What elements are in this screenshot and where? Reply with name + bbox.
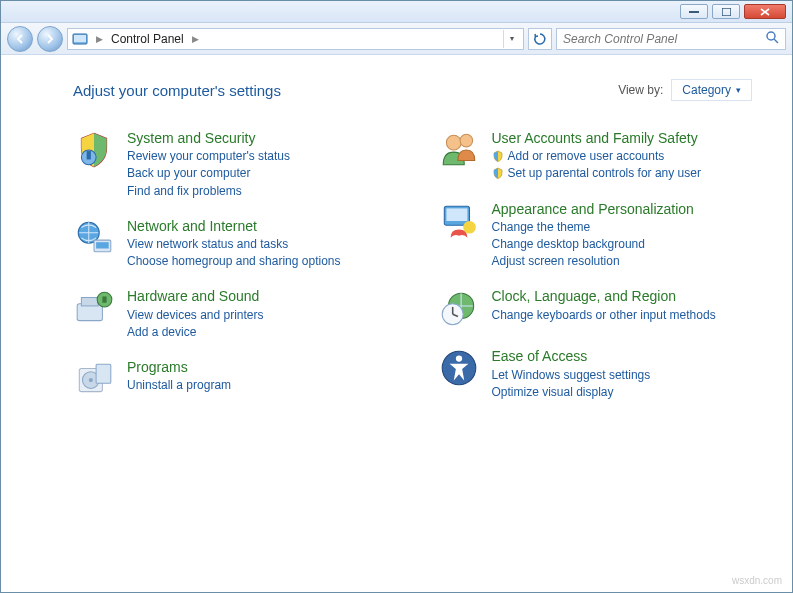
category-link[interactable]: Change desktop background <box>492 236 694 252</box>
breadcrumb-root[interactable]: Control Panel <box>111 32 184 46</box>
category-title[interactable]: System and Security <box>127 129 290 147</box>
category-title[interactable]: Ease of Access <box>492 347 651 365</box>
category-link[interactable]: Find and fix problems <box>127 183 290 199</box>
category-item: User Accounts and Family SafetyAdd or re… <box>438 129 753 182</box>
address-bar[interactable]: ▶ Control Panel ▶ ▾ <box>67 28 524 50</box>
control-panel-icon <box>72 31 88 47</box>
category-link[interactable]: Uninstall a program <box>127 377 231 393</box>
svg-line-7 <box>774 39 778 43</box>
page-heading: Adjust your computer's settings <box>73 82 281 99</box>
view-by: View by: Category <box>618 79 752 101</box>
network-icon[interactable] <box>73 217 115 259</box>
svg-point-6 <box>767 32 775 40</box>
category-item: System and SecurityReview your computer'… <box>73 129 388 199</box>
close-button[interactable] <box>744 4 786 19</box>
category-title[interactable]: Appearance and Personalization <box>492 200 694 218</box>
address-dropdown[interactable]: ▾ <box>503 30 519 48</box>
view-by-select[interactable]: Category <box>671 79 752 101</box>
category-item: Appearance and PersonalizationChange the… <box>438 200 753 270</box>
search-box[interactable] <box>556 28 786 50</box>
category-title[interactable]: Hardware and Sound <box>127 287 264 305</box>
category-link[interactable]: Adjust screen resolution <box>492 253 694 269</box>
category-link[interactable]: Let Windows suggest settings <box>492 367 651 383</box>
left-column: System and SecurityReview your computer'… <box>73 129 388 400</box>
category-link[interactable]: Review your computer's status <box>127 148 290 164</box>
clock-icon[interactable] <box>438 287 480 329</box>
view-by-label: View by: <box>618 83 663 97</box>
minimize-button[interactable] <box>680 4 708 19</box>
category-title[interactable]: User Accounts and Family Safety <box>492 129 701 147</box>
maximize-button[interactable] <box>712 4 740 19</box>
svg-rect-5 <box>74 35 86 42</box>
category-title[interactable]: Clock, Language, and Region <box>492 287 716 305</box>
right-column: User Accounts and Family SafetyAdd or re… <box>438 129 753 400</box>
category-item: Ease of AccessLet Windows suggest settin… <box>438 347 753 400</box>
watermark: wsxdn.com <box>732 575 782 586</box>
search-input[interactable] <box>563 32 765 46</box>
users-icon[interactable] <box>438 129 480 171</box>
category-title[interactable]: Programs <box>127 358 231 376</box>
programs-icon[interactable] <box>73 358 115 400</box>
category-item: Network and InternetView network status … <box>73 217 388 270</box>
category-item: ProgramsUninstall a program <box>73 358 388 400</box>
back-button[interactable] <box>7 26 33 52</box>
refresh-button[interactable] <box>528 28 552 50</box>
uac-shield-icon <box>492 167 504 179</box>
breadcrumb-separator: ▶ <box>190 34 201 44</box>
category-item: Hardware and SoundView devices and print… <box>73 287 388 340</box>
search-icon[interactable] <box>765 30 779 48</box>
navigation-bar: ▶ Control Panel ▶ ▾ <box>1 23 792 55</box>
category-link[interactable]: Change keyboards or other input methods <box>492 307 716 323</box>
hardware-icon[interactable] <box>73 287 115 329</box>
content-area: Adjust your computer's settings View by:… <box>1 55 792 592</box>
category-link[interactable]: View network status and tasks <box>127 236 340 252</box>
uac-shield-icon <box>492 150 504 162</box>
category-title[interactable]: Network and Internet <box>127 217 340 235</box>
category-link[interactable]: View devices and printers <box>127 307 264 323</box>
category-item: Clock, Language, and RegionChange keyboa… <box>438 287 753 329</box>
forward-button[interactable] <box>37 26 63 52</box>
svg-rect-0 <box>689 11 699 13</box>
svg-rect-1 <box>722 8 731 16</box>
category-link[interactable]: Add or remove user accounts <box>492 148 701 164</box>
security-icon[interactable] <box>73 129 115 171</box>
breadcrumb-separator: ▶ <box>94 34 105 44</box>
access-icon[interactable] <box>438 347 480 389</box>
category-link[interactable]: Change the theme <box>492 219 694 235</box>
appearance-icon[interactable] <box>438 200 480 242</box>
category-link[interactable]: Back up your computer <box>127 165 290 181</box>
category-link[interactable]: Optimize visual display <box>492 384 651 400</box>
window-titlebar <box>1 1 792 23</box>
category-link[interactable]: Choose homegroup and sharing options <box>127 253 340 269</box>
category-link[interactable]: Add a device <box>127 324 264 340</box>
category-link[interactable]: Set up parental controls for any user <box>492 165 701 181</box>
